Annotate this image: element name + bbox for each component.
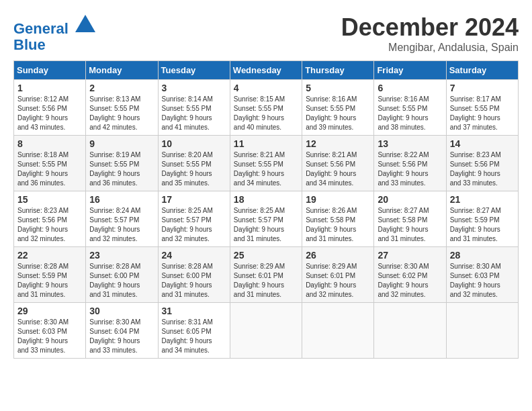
day-info: Sunrise: 8:27 AM Sunset: 5:59 PM Dayligh… [450, 206, 515, 244]
day-info: Sunrise: 8:31 AM Sunset: 6:05 PM Dayligh… [162, 318, 226, 355]
day-info: Sunrise: 8:29 AM Sunset: 6:01 PM Dayligh… [306, 262, 370, 300]
day-number: 3 [162, 83, 226, 93]
calendar-cell: 9Sunrise: 8:19 AM Sunset: 5:55 PM Daylig… [86, 136, 158, 191]
day-number: 22 [17, 250, 82, 261]
calendar-cell [374, 303, 446, 359]
weekday-header-wednesday: Wednesday [230, 61, 302, 80]
logo-text: General [13, 13, 95, 37]
svg-marker-1 [81, 24, 89, 32]
day-info: Sunrise: 8:12 AM Sunset: 5:56 PM Dayligh… [17, 95, 82, 132]
calendar-week-5: 29Sunrise: 8:30 AM Sunset: 6:03 PM Dayli… [14, 303, 519, 359]
calendar-cell: 11Sunrise: 8:21 AM Sunset: 5:55 PM Dayli… [230, 136, 302, 191]
calendar-cell: 29Sunrise: 8:30 AM Sunset: 6:03 PM Dayli… [14, 303, 86, 359]
day-info: Sunrise: 8:26 AM Sunset: 5:58 PM Dayligh… [306, 206, 370, 244]
day-info: Sunrise: 8:14 AM Sunset: 5:55 PM Dayligh… [162, 95, 226, 132]
calendar-cell: 12Sunrise: 8:21 AM Sunset: 5:56 PM Dayli… [302, 136, 374, 191]
calendar-week-1: 1Sunrise: 8:12 AM Sunset: 5:56 PM Daylig… [14, 80, 519, 136]
calendar-week-2: 8Sunrise: 8:18 AM Sunset: 5:55 PM Daylig… [14, 136, 519, 191]
calendar-cell: 30Sunrise: 8:30 AM Sunset: 6:04 PM Dayli… [86, 303, 158, 359]
day-info: Sunrise: 8:16 AM Sunset: 5:55 PM Dayligh… [306, 95, 370, 132]
day-number: 11 [234, 138, 298, 149]
day-info: Sunrise: 8:24 AM Sunset: 5:57 PM Dayligh… [89, 206, 154, 244]
day-info: Sunrise: 8:25 AM Sunset: 5:57 PM Dayligh… [162, 206, 226, 244]
calendar-cell: 17Sunrise: 8:25 AM Sunset: 5:57 PM Dayli… [158, 191, 230, 247]
day-number: 19 [306, 194, 370, 205]
day-info: Sunrise: 8:29 AM Sunset: 6:01 PM Dayligh… [234, 262, 298, 300]
day-info: Sunrise: 8:30 AM Sunset: 6:03 PM Dayligh… [450, 262, 515, 300]
day-number: 10 [162, 138, 226, 149]
calendar-week-3: 15Sunrise: 8:23 AM Sunset: 5:56 PM Dayli… [14, 191, 519, 247]
calendar-cell: 5Sunrise: 8:16 AM Sunset: 5:55 PM Daylig… [302, 80, 374, 136]
day-number: 28 [450, 250, 515, 261]
day-info: Sunrise: 8:22 AM Sunset: 5:56 PM Dayligh… [378, 150, 442, 188]
day-number: 2 [89, 83, 154, 93]
calendar-week-4: 22Sunrise: 8:28 AM Sunset: 5:59 PM Dayli… [14, 247, 519, 303]
weekday-header-friday: Friday [374, 61, 446, 80]
calendar-cell: 6Sunrise: 8:16 AM Sunset: 5:55 PM Daylig… [374, 80, 446, 136]
day-info: Sunrise: 8:23 AM Sunset: 5:56 PM Dayligh… [450, 150, 515, 188]
day-number: 26 [306, 250, 370, 261]
calendar-cell: 16Sunrise: 8:24 AM Sunset: 5:57 PM Dayli… [86, 191, 158, 247]
calendar-cell: 20Sunrise: 8:27 AM Sunset: 5:58 PM Dayli… [374, 191, 446, 247]
day-number: 13 [378, 138, 442, 149]
day-number: 6 [378, 83, 442, 93]
day-number: 15 [17, 194, 82, 205]
day-info: Sunrise: 8:19 AM Sunset: 5:55 PM Dayligh… [89, 150, 154, 188]
day-number: 5 [306, 83, 370, 93]
day-info: Sunrise: 8:25 AM Sunset: 5:57 PM Dayligh… [234, 206, 298, 244]
day-number: 12 [306, 138, 370, 149]
calendar-cell: 3Sunrise: 8:14 AM Sunset: 5:55 PM Daylig… [158, 80, 230, 136]
day-number: 23 [89, 250, 154, 261]
day-number: 25 [234, 250, 298, 261]
day-number: 14 [450, 138, 515, 149]
day-number: 18 [234, 194, 298, 205]
calendar-cell [302, 303, 374, 359]
weekday-header-thursday: Thursday [302, 61, 374, 80]
day-number: 16 [89, 194, 154, 205]
calendar-cell: 14Sunrise: 8:23 AM Sunset: 5:56 PM Dayli… [446, 136, 518, 191]
day-info: Sunrise: 8:13 AM Sunset: 5:55 PM Dayligh… [89, 95, 154, 132]
calendar-cell: 27Sunrise: 8:30 AM Sunset: 6:02 PM Dayli… [374, 247, 446, 303]
day-info: Sunrise: 8:20 AM Sunset: 5:55 PM Dayligh… [162, 150, 226, 188]
day-number: 7 [450, 83, 515, 93]
calendar-cell: 24Sunrise: 8:28 AM Sunset: 6:00 PM Dayli… [158, 247, 230, 303]
calendar-cell [446, 303, 518, 359]
day-info: Sunrise: 8:16 AM Sunset: 5:55 PM Dayligh… [378, 95, 442, 132]
weekday-header-monday: Monday [86, 61, 158, 80]
calendar-table: SundayMondayTuesdayWednesdayThursdayFrid… [13, 60, 519, 359]
calendar-cell: 25Sunrise: 8:29 AM Sunset: 6:01 PM Dayli… [230, 247, 302, 303]
day-info: Sunrise: 8:21 AM Sunset: 5:55 PM Dayligh… [234, 150, 298, 188]
day-number: 31 [162, 306, 226, 316]
calendar-cell: 10Sunrise: 8:20 AM Sunset: 5:55 PM Dayli… [158, 136, 230, 191]
title-block: December 2024 Mengibar, Andalusia, Spain [341, 13, 519, 54]
calendar-cell: 8Sunrise: 8:18 AM Sunset: 5:55 PM Daylig… [14, 136, 86, 191]
day-info: Sunrise: 8:17 AM Sunset: 5:55 PM Dayligh… [450, 95, 515, 132]
weekday-header-tuesday: Tuesday [158, 61, 230, 80]
calendar-cell: 1Sunrise: 8:12 AM Sunset: 5:56 PM Daylig… [14, 80, 86, 136]
logo-icon [75, 13, 95, 34]
calendar-cell: 19Sunrise: 8:26 AM Sunset: 5:58 PM Dayli… [302, 191, 374, 247]
page-header: General Blue December 2024 Mengibar, And… [13, 13, 519, 54]
calendar-cell: 23Sunrise: 8:28 AM Sunset: 6:00 PM Dayli… [86, 247, 158, 303]
calendar-cell [230, 303, 302, 359]
calendar-cell: 22Sunrise: 8:28 AM Sunset: 5:59 PM Dayli… [14, 247, 86, 303]
day-info: Sunrise: 8:30 AM Sunset: 6:03 PM Dayligh… [17, 318, 82, 355]
weekday-header-saturday: Saturday [446, 61, 518, 80]
location-subtitle: Mengibar, Andalusia, Spain [341, 42, 519, 54]
logo-blue: Blue [13, 37, 95, 53]
day-info: Sunrise: 8:28 AM Sunset: 6:00 PM Dayligh… [89, 262, 154, 300]
calendar-cell: 2Sunrise: 8:13 AM Sunset: 5:55 PM Daylig… [86, 80, 158, 136]
day-number: 29 [17, 306, 82, 316]
day-number: 4 [234, 83, 298, 93]
calendar-cell: 31Sunrise: 8:31 AM Sunset: 6:05 PM Dayli… [158, 303, 230, 359]
day-info: Sunrise: 8:30 AM Sunset: 6:02 PM Dayligh… [378, 262, 442, 300]
day-info: Sunrise: 8:28 AM Sunset: 6:00 PM Dayligh… [162, 262, 226, 300]
logo: General Blue [13, 13, 95, 53]
day-number: 17 [162, 194, 226, 205]
day-info: Sunrise: 8:28 AM Sunset: 5:59 PM Dayligh… [17, 262, 82, 300]
day-number: 21 [450, 194, 515, 205]
day-info: Sunrise: 8:27 AM Sunset: 5:58 PM Dayligh… [378, 206, 442, 244]
day-number: 20 [378, 194, 442, 205]
calendar-header: SundayMondayTuesdayWednesdayThursdayFrid… [14, 61, 519, 80]
weekday-header-sunday: Sunday [14, 61, 86, 80]
